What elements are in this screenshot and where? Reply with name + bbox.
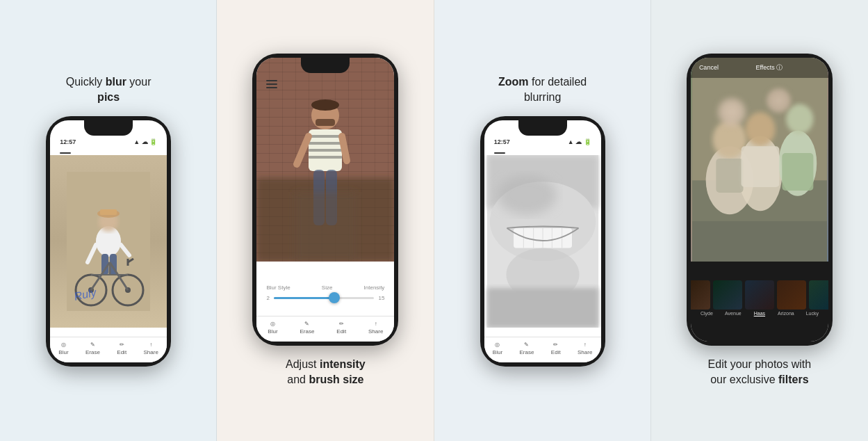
intensity-label: Intensity (364, 284, 385, 291)
blurred-face-2 (767, 88, 791, 113)
slider-track[interactable] (274, 297, 375, 299)
control-labels-row: Blur Style Size Intensity (266, 284, 384, 291)
edit-label-1: Edit (117, 349, 126, 355)
blur-icon-2: ◎ (270, 321, 275, 327)
nav-share-3[interactable]: ↑ Share (578, 342, 592, 355)
blur-style-label: Blur Style (266, 284, 290, 291)
status-time-3: 12:57 (494, 138, 510, 145)
edit-icon-3: ✏ (553, 342, 558, 348)
nav-erase-1[interactable]: ✎ Erase (85, 342, 100, 355)
nav-erase-3[interactable]: ✎ Erase (519, 342, 534, 355)
filter-thumb-arizona[interactable] (777, 280, 806, 310)
hamburger-icon-2 (266, 79, 384, 90)
slider-min: 2 (266, 295, 269, 301)
share-icon-2: ↑ (375, 321, 377, 327)
svg-point-27 (311, 99, 339, 111)
nav-erase-2[interactable]: ✎ Erase (300, 321, 314, 335)
bottom-nav-2: ◎ Blur ✎ Erase ✏ Edit ↑ Share (256, 316, 394, 342)
cancel-button-4[interactable]: Cancel (699, 64, 719, 71)
filter-label-lucky: Lucky (801, 311, 824, 316)
blur-icon-3: ◎ (495, 342, 500, 348)
blur-label-2: Blur (268, 328, 277, 335)
nav-share-1[interactable]: ↑ Share (144, 342, 158, 355)
erase-icon-1: ✎ (90, 342, 95, 348)
menu-line (60, 152, 71, 154)
phone-4-screen: Cancel Effects ⓘ (691, 58, 828, 342)
family-svg (691, 58, 828, 262)
filter-thumb-avenue[interactable] (713, 280, 742, 310)
slider-max: 15 (378, 295, 384, 301)
edit-icon-2: ✏ (339, 321, 344, 327)
filter-strip: Clyde Avenue Haas Arizona Lucky (691, 262, 828, 341)
svg-rect-24 (309, 149, 342, 152)
nav-edit-1[interactable]: ✏ Edit (117, 342, 126, 355)
caption-3: Zoom for detailedblurring (498, 74, 587, 106)
brick-bg (256, 58, 394, 262)
notch-1 (84, 120, 133, 136)
share-icon-1: ↑ (149, 342, 152, 348)
share-label-3: Share (578, 349, 592, 355)
svg-rect-22 (309, 135, 342, 138)
slider-thumb (329, 292, 340, 303)
nav-edit-3[interactable]: ✏ Edit (551, 342, 561, 355)
panel-2: Blur Style Size Intensity 2 15 ◎ Blur (217, 0, 434, 441)
phone3-content (484, 155, 601, 328)
caption-4: Edit your photos withour exclusive filte… (708, 357, 812, 388)
erase-label-3: Erase (519, 349, 534, 355)
phone-4-wrapper: Cancel Effects ⓘ (687, 54, 833, 346)
share-label-1: Share (144, 349, 158, 355)
svg-rect-28 (316, 119, 335, 126)
phone-1: 12:57 ▲ ☁ 🔋 (46, 116, 171, 367)
edit-label-3: Edit (551, 349, 561, 355)
svg-rect-58 (692, 58, 827, 262)
filter-label-haas: Haas (748, 311, 771, 316)
erase-icon-3: ✎ (524, 342, 529, 348)
slider-container: 2 15 (266, 295, 384, 301)
blur-icon-1: ◎ (61, 342, 66, 348)
edit-label-2: Edit (336, 328, 346, 335)
man-svg (256, 81, 394, 262)
blur-label-1: Blur (58, 349, 68, 355)
svg-rect-4 (100, 209, 117, 215)
panel-4: Cancel Effects ⓘ (651, 0, 868, 441)
phone2-controls: Blur Style Size Intensity 2 15 (256, 278, 394, 307)
bottom-nav-3: ◎ Blur ✎ Erase ✏ Edit ↑ Share (484, 337, 601, 362)
filter-thumb-clyde[interactable] (691, 280, 710, 310)
erase-icon-2: ✎ (304, 321, 309, 327)
erase-label-2: Erase (300, 328, 314, 335)
smile-svg (484, 155, 601, 328)
filter-thumb-lucky[interactable] (809, 280, 828, 310)
nav-blur-2[interactable]: ◎ Blur (268, 321, 277, 335)
svg-line-30 (342, 136, 347, 161)
effects-title-4: Effects ⓘ (755, 63, 783, 72)
phone-3: 12:57 ▲ ☁ 🔋 (480, 116, 605, 367)
notch-3 (518, 120, 567, 136)
notch-2 (301, 58, 350, 73)
menu-line (266, 80, 277, 81)
phone-2-screen: Blur Style Size Intensity 2 15 ◎ Blur (256, 58, 394, 342)
nav-blur-3[interactable]: ◎ Blur (493, 342, 502, 355)
nav-blur-1[interactable]: ◎ Blur (58, 342, 68, 355)
svg-rect-33 (295, 192, 356, 262)
panel-1: Quickly blur yourpics 12:57 ▲ ☁ 🔋 (0, 0, 217, 441)
status-icons-1: ▲ ☁ 🔋 (133, 138, 157, 145)
svg-rect-25 (309, 156, 342, 159)
status-time-1: 12:57 (60, 138, 76, 145)
filter-thumb-haas[interactable] (745, 280, 774, 310)
phone-1-screen: 12:57 ▲ ☁ 🔋 (50, 120, 167, 362)
share-label-2: Share (368, 328, 383, 335)
phone1-content: Ruly (50, 155, 167, 328)
nav-edit-2[interactable]: ✏ Edit (336, 321, 346, 335)
person-bike-svg: Ruly (67, 172, 150, 311)
family-photo (691, 58, 828, 262)
nav-share-2[interactable]: ↑ Share (368, 321, 383, 335)
size-label: Size (322, 284, 333, 291)
svg-point-45 (497, 175, 557, 215)
share-icon-3: ↑ (584, 342, 587, 348)
caption-1: Quickly blur yourpics (66, 74, 152, 106)
status-icons-3: ▲ ☁ 🔋 (568, 138, 591, 145)
menu-line (266, 83, 277, 85)
panel-3: Zoom for detailedblurring 12:57 ▲ ☁ 🔋 (434, 0, 651, 441)
phone-2: Blur Style Size Intensity 2 15 ◎ Blur (252, 54, 398, 346)
menu-line (494, 152, 505, 154)
